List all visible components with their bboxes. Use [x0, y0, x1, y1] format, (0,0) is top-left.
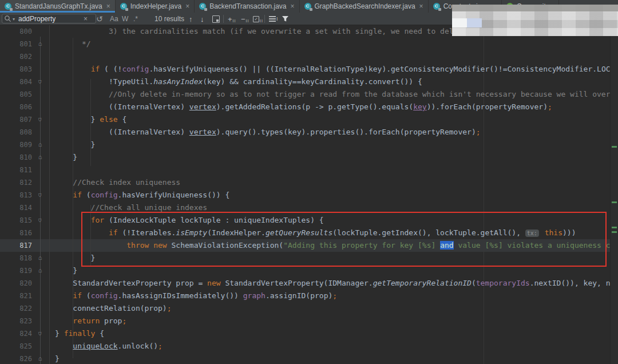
search-result-marker[interactable] [612, 231, 617, 233]
code-token: //Check index uniqueness [55, 178, 180, 187]
tab-backendtransaction-java[interactable]: CBackendTransaction.java× [195, 0, 299, 13]
code-token: else [100, 115, 117, 124]
tab-graphbackedsearchindexer-java[interactable]: CGraphBackedSearchIndexer.java× [300, 0, 429, 13]
code-token: */ [55, 39, 91, 48]
lock-icon [438, 8, 441, 11]
code-token: ((InternalVertex) [55, 128, 189, 136]
code-token [55, 191, 73, 199]
close-tab-icon[interactable]: × [290, 3, 294, 10]
class-file-icon: C [304, 3, 312, 10]
code-line-826[interactable]: } [0, 353, 60, 364]
whole-words-toggle[interactable]: W [122, 13, 128, 25]
code-token: ).query().types(key).properties().forEac… [216, 128, 476, 136]
remove-occurrence-button[interactable]: −II [241, 13, 249, 25]
match-case-toggle[interactable]: Aa [110, 13, 118, 25]
annotation-red-box [81, 212, 607, 267]
code-line-812[interactable]: //Check index uniqueness [0, 176, 180, 189]
code-token: config [122, 65, 149, 73]
lock-icon [125, 8, 128, 11]
add-occurrence-button[interactable]: +II [228, 13, 236, 25]
code-line-806[interactable]: ((InternalVertex) vertex).getAddedRelati… [0, 101, 552, 113]
code-token: StandardVertexProperty prop = [55, 279, 207, 287]
tab-indexhelper-java[interactable]: CIndexHelper.java× [116, 0, 195, 13]
code-line-804[interactable]: !TypeUtil.hasAnyIndex(key) && cardinalit… [0, 76, 422, 88]
right-margin-guide [484, 25, 484, 364]
code-line-802[interactable] [0, 50, 55, 63]
class-file-icon: C [5, 3, 12, 10]
search-icon[interactable]: ▾ [4, 13, 15, 25]
code-line-800[interactable]: 3) the cardinalities match (if we overwr… [0, 25, 521, 38]
select-all-occurrences-button[interactable]: ✓II [253, 13, 263, 25]
code-line-805[interactable]: //Only delete in-memory so as to not tri… [0, 88, 618, 101]
code-token: } [55, 354, 60, 363]
search-result-marker[interactable] [612, 201, 617, 203]
code-line-811[interactable] [0, 164, 55, 176]
code-token: ( [82, 291, 91, 300]
tab-label: IndexHelper.java [130, 2, 181, 10]
code-line-824[interactable]: } finally { [0, 327, 104, 340]
code-line-821[interactable]: if (config.hasAssignIDsImmediately()) gr… [0, 290, 337, 302]
code-token: hasAnyIndex [153, 77, 203, 86]
code-token [55, 291, 73, 300]
code-token: .unlock() [118, 342, 158, 350]
code-editor[interactable]: 800801⌂802803804⌂805806807⌂808809⌂810⌂81… [0, 25, 618, 364]
tab-standardjanusgraphtx-java[interactable]: CStandardJanusGraphTx.java× [0, 0, 116, 13]
code-token: !TypeUtil. [55, 77, 153, 86]
ide-window: CStandardJanusGraphTx.java×CIndexHelper.… [0, 0, 618, 364]
code-token: ; [158, 342, 163, 350]
code-token: //Only delete in-memory so as to not tri… [55, 90, 618, 98]
code-token: { [118, 115, 127, 124]
code-token: finally [64, 329, 96, 338]
code-line-819[interactable]: } [0, 264, 77, 277]
code-line-822[interactable]: connectRelation(prop); [0, 302, 172, 315]
code-token: )).forEach(propertyRemover) [427, 102, 548, 111]
filter-options-icon[interactable] [282, 13, 289, 25]
tab-label: GraphBackedSearchIndexer.java [315, 2, 415, 10]
previous-occurrence-button[interactable]: ↑ [189, 13, 193, 25]
divider [223, 15, 224, 23]
search-input[interactable] [18, 14, 82, 23]
class-file-icon: C [199, 3, 207, 10]
code-line-810[interactable]: } [0, 151, 77, 164]
open-in-find-window-button[interactable] [212, 13, 220, 25]
code-token: (key) && cardinality==keyCardinality.con… [203, 77, 422, 86]
close-tab-icon[interactable]: × [419, 3, 423, 10]
code-token: .hasVerifyUniqueness()) { [118, 191, 230, 199]
code-token: key [413, 102, 426, 111]
next-occurrence-button[interactable]: ↓ [200, 13, 204, 25]
code-token: ; [332, 291, 337, 300]
code-token: ( [472, 279, 476, 287]
code-line-813[interactable]: if (config.hasVerifyUniqueness()) { [0, 189, 229, 201]
scrollbar-error-stripe[interactable] [610, 25, 618, 364]
chevron-down-icon: ▾ [13, 17, 15, 22]
code-line-809[interactable]: } [0, 139, 95, 151]
code-line-801[interactable]: */ [0, 38, 91, 50]
code-token: .hasAssignIDsImmediately()) [118, 291, 243, 300]
code-line-803[interactable]: if ( (!config.hasVerifyUniqueness() || (… [0, 63, 618, 76]
class-file-icon: C [120, 3, 128, 10]
code-token: new [207, 279, 220, 287]
code-token: ((InternalVertex) [55, 102, 189, 111]
search-result-marker[interactable] [612, 227, 617, 228]
redaction-blur-overlay [452, 5, 618, 36]
code-line-823[interactable]: return prop; [0, 315, 126, 327]
code-line-820[interactable]: StandardVertexProperty prop = new Standa… [0, 277, 618, 290]
filter-lines-button[interactable]: I [269, 13, 278, 25]
close-tab-icon[interactable]: × [185, 3, 189, 10]
close-tab-icon[interactable]: × [106, 3, 110, 10]
code-line-825[interactable]: uniqueLock.unlock(); [0, 340, 163, 353]
code-token: ; [548, 102, 552, 111]
search-history-icon[interactable]: ↺ [96, 13, 103, 25]
code-token: } [55, 140, 95, 149]
search-result-marker[interactable] [612, 146, 617, 148]
lock-icon [310, 8, 312, 11]
regex-toggle[interactable]: .* [133, 13, 138, 25]
code-token: return [73, 316, 100, 325]
code-token: config [91, 191, 118, 199]
code-token [55, 342, 73, 350]
code-token: } [55, 153, 77, 161]
code-line-808[interactable]: ((InternalVertex) vertex).query().types(… [0, 126, 481, 139]
code-token: ; [167, 304, 172, 312]
clear-search-icon[interactable]: × [84, 13, 88, 25]
code-line-807[interactable]: } else { [0, 113, 126, 126]
